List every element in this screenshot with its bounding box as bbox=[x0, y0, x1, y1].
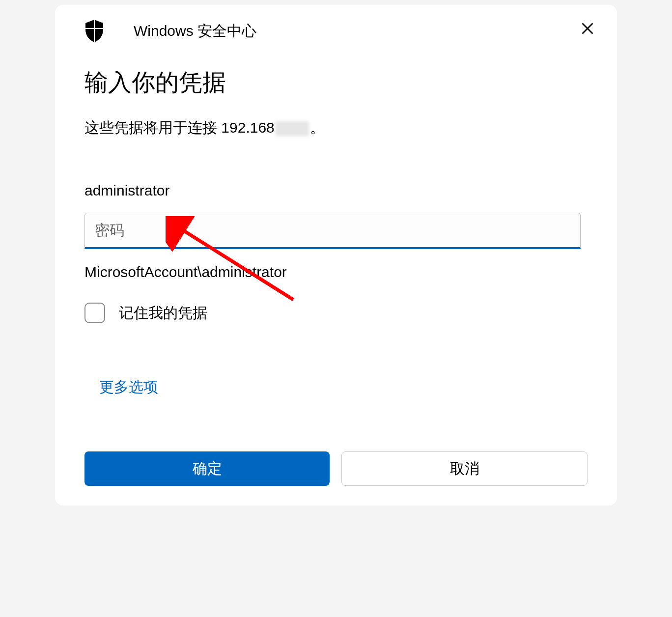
subtitle-suffix: 。 bbox=[310, 119, 325, 136]
credentials-dialog: Windows 安全中心 输入你的凭据 这些凭据将用于连接 192.168。 a… bbox=[55, 5, 617, 505]
dialog-header: Windows 安全中心 bbox=[55, 20, 617, 42]
main-heading: 输入你的凭据 bbox=[84, 67, 588, 98]
more-options-link[interactable]: 更多选项 bbox=[84, 377, 158, 397]
remember-row: 记住我的凭据 bbox=[84, 303, 588, 323]
close-icon bbox=[581, 22, 594, 35]
dialog-title: Windows 安全中心 bbox=[134, 21, 256, 41]
button-row: 确定 取消 bbox=[55, 451, 617, 486]
close-button[interactable] bbox=[578, 19, 597, 38]
dialog-content: 输入你的凭据 这些凭据将用于连接 192.168。 administrator … bbox=[55, 67, 617, 451]
remember-label: 记住我的凭据 bbox=[119, 303, 207, 323]
subtitle-prefix: 这些凭据将用于连接 192.168 bbox=[84, 119, 275, 136]
cancel-button[interactable]: 取消 bbox=[341, 451, 588, 486]
username-display: administrator bbox=[84, 182, 588, 199]
remember-checkbox[interactable] bbox=[84, 303, 105, 323]
ok-button[interactable]: 确定 bbox=[84, 451, 330, 486]
account-hint: MicrosoftAccount\administrator bbox=[84, 264, 588, 280]
subtitle: 这些凭据将用于连接 192.168。 bbox=[84, 118, 588, 138]
redacted-ip-segment bbox=[276, 121, 309, 136]
password-input[interactable] bbox=[84, 213, 581, 249]
shield-icon bbox=[84, 20, 104, 42]
